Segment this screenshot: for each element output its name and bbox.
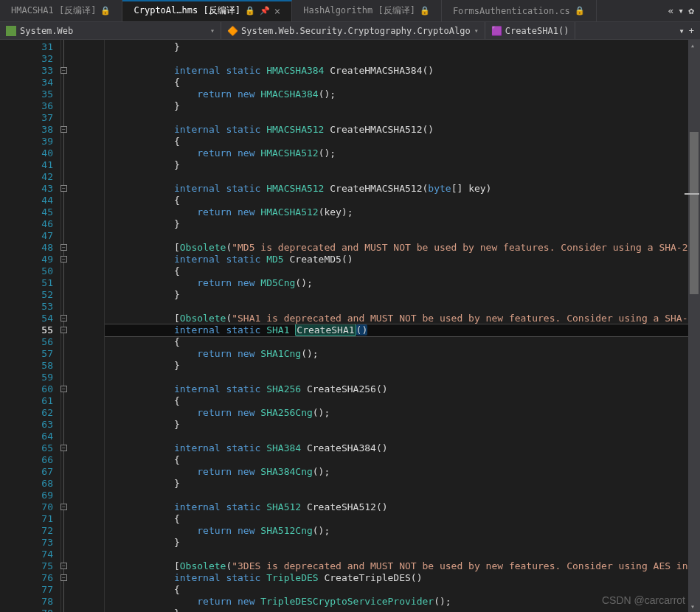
breadcrumb-label: System.Web.Security.Cryptography.CryptoA…	[241, 26, 471, 36]
code-line[interactable]: return new SHA512Cng();	[105, 525, 700, 537]
line-number: 64	[0, 431, 53, 442]
tab-formsauthentication[interactable]: FormsAuthentication.cs 🔒	[442, 0, 597, 21]
code-line[interactable]: }	[105, 41, 700, 53]
code-line[interactable]: {	[105, 77, 700, 88]
breadcrumb-method[interactable]: 🟪 CreateSHA1()	[485, 22, 576, 39]
tab-cryptoalgorithms[interactable]: CryptoAl…hms [反编译] 🔒 📌 ×	[122, 0, 292, 21]
line-number: 72	[0, 525, 53, 537]
code-line[interactable]: return new HMACSHA512(key);	[105, 206, 700, 218]
line-number: 68	[0, 478, 53, 490]
code-line[interactable]: internal static HMACSHA512 CreateHMACSHA…	[105, 183, 700, 195]
code-line[interactable]	[105, 490, 700, 501]
outline-margin[interactable]: −−−−−−−−−−−−	[60, 40, 105, 612]
vertical-scrollbar[interactable]: ▴ ▾	[688, 40, 700, 612]
code-editor[interactable]: 3132333435363738394041424344454647484950…	[0, 40, 700, 612]
code-line[interactable]: {	[105, 395, 700, 407]
code-line[interactable]: }	[105, 360, 700, 372]
scroll-up-icon[interactable]: ▴	[690, 41, 695, 49]
breadcrumb: System.Web ▾ 🔶 System.Web.Security.Crypt…	[0, 22, 700, 40]
code-line[interactable]: }	[105, 608, 700, 612]
scrollbar-thumb[interactable]	[690, 132, 699, 294]
code-line[interactable]: }	[105, 419, 700, 431]
line-number: 76	[0, 572, 53, 584]
chevron-down-icon[interactable]: ▾	[474, 27, 479, 35]
split-plus-icon[interactable]: +	[689, 26, 694, 36]
tab-hashalgorithm[interactable]: HashAlgorithm [反编译] 🔒	[292, 0, 442, 21]
fold-toggle-icon[interactable]: −	[60, 126, 67, 133]
code-line[interactable]: return new HMACSHA512();	[105, 147, 700, 159]
code-line[interactable]: return new TripleDESCryptoServiceProvide…	[105, 596, 700, 608]
fold-toggle-icon[interactable]: −	[60, 445, 67, 451]
code-line[interactable]: internal static HMACSHA512 CreateHMACSHA…	[105, 124, 700, 136]
code-area[interactable]: } internal static HMACSHA384 CreateHMACS…	[105, 40, 700, 612]
code-line[interactable]: internal static SHA256 CreateSHA256()	[105, 383, 700, 395]
gear-icon[interactable]: ✿	[688, 5, 694, 16]
code-line[interactable]: [Obsolete("MD5 is deprecated and MUST NO…	[105, 242, 700, 254]
line-number: 38	[0, 124, 53, 136]
code-line[interactable]: [Obsolete("3DES is deprecated and MUST N…	[105, 560, 700, 572]
code-line[interactable]: }	[105, 218, 700, 230]
code-line[interactable]: }	[105, 478, 700, 490]
code-line[interactable]	[105, 230, 700, 242]
code-line[interactable]	[105, 301, 700, 313]
breadcrumb-class[interactable]: 🔶 System.Web.Security.Cryptography.Crypt…	[221, 22, 485, 39]
fold-toggle-icon[interactable]: −	[60, 386, 67, 392]
tab-label: CryptoAl…hms [反编译]	[134, 4, 240, 17]
code-line[interactable]	[105, 549, 700, 560]
tabs-dropdown-icon[interactable]: ▾	[678, 5, 684, 16]
code-line[interactable]: }	[105, 159, 700, 171]
fold-toggle-icon[interactable]: −	[60, 185, 67, 192]
fold-toggle-icon[interactable]: −	[60, 256, 67, 262]
fold-toggle-icon[interactable]: −	[60, 67, 67, 74]
code-line[interactable]: {	[105, 136, 700, 147]
line-number: 55	[0, 324, 53, 336]
line-number: 33	[0, 65, 53, 77]
code-line[interactable]: return new HMACSHA384();	[105, 88, 700, 100]
code-line[interactable]: return new SHA256Cng();	[105, 407, 700, 419]
code-line[interactable]: internal static SHA1 CreateSHA1()	[105, 324, 700, 336]
code-line[interactable]: return new MD5Cng();	[105, 277, 700, 289]
code-line[interactable]: internal static SHA384 CreateSHA384()	[105, 442, 700, 454]
chevron-down-icon[interactable]: ▾	[210, 27, 215, 35]
close-icon[interactable]: ×	[274, 5, 280, 17]
fold-toggle-icon[interactable]: −	[60, 574, 67, 581]
code-line[interactable]	[105, 372, 700, 383]
fold-toggle-icon[interactable]: −	[60, 315, 67, 321]
code-line[interactable]	[105, 112, 700, 124]
code-line[interactable]	[105, 431, 700, 442]
code-line[interactable]	[105, 53, 700, 65]
code-line[interactable]: {	[105, 265, 700, 277]
scroll-down-icon[interactable]: ▾	[690, 602, 695, 611]
code-line[interactable]: }	[105, 100, 700, 112]
code-line[interactable]	[105, 171, 700, 183]
pin-icon[interactable]: 📌	[260, 6, 270, 15]
line-number: 59	[0, 372, 53, 383]
line-number: 44	[0, 195, 53, 206]
code-line[interactable]: {	[105, 584, 700, 596]
code-line[interactable]: }	[105, 289, 700, 301]
fold-toggle-icon[interactable]: −	[60, 504, 67, 510]
breadcrumb-project[interactable]: System.Web ▾	[0, 22, 221, 39]
code-line[interactable]: [Obsolete("SHA1 is deprecated and MUST N…	[105, 313, 700, 324]
code-line[interactable]: {	[105, 513, 700, 525]
line-number: 49	[0, 254, 53, 265]
code-line[interactable]: {	[105, 454, 700, 466]
tabs-overflow-icon[interactable]: «	[668, 5, 674, 16]
code-line[interactable]: internal static TripleDES CreateTripleDE…	[105, 572, 700, 584]
code-line[interactable]: return new SHA1Cng();	[105, 348, 700, 360]
fold-toggle-icon[interactable]: −	[60, 563, 67, 569]
code-line[interactable]: internal static HMACSHA384 CreateHMACSHA…	[105, 65, 700, 77]
code-line[interactable]: }	[105, 537, 700, 549]
breadcrumb-controls: ▾ +	[673, 26, 700, 36]
tab-hmacsha1[interactable]: HMACSHA1 [反编译] 🔒	[0, 0, 122, 21]
code-line[interactable]: {	[105, 195, 700, 206]
chevron-down-icon[interactable]: ▾	[679, 26, 685, 36]
code-line[interactable]: return new SHA384Cng();	[105, 466, 700, 478]
line-number: 48	[0, 242, 53, 254]
code-line[interactable]: internal static MD5 CreateMD5()	[105, 254, 700, 265]
code-line[interactable]: internal static SHA512 CreateSHA512()	[105, 501, 700, 513]
line-number: 31	[0, 41, 53, 53]
fold-toggle-icon[interactable]: −	[60, 327, 67, 333]
fold-toggle-icon[interactable]: −	[60, 244, 67, 251]
code-line[interactable]: {	[105, 336, 700, 348]
